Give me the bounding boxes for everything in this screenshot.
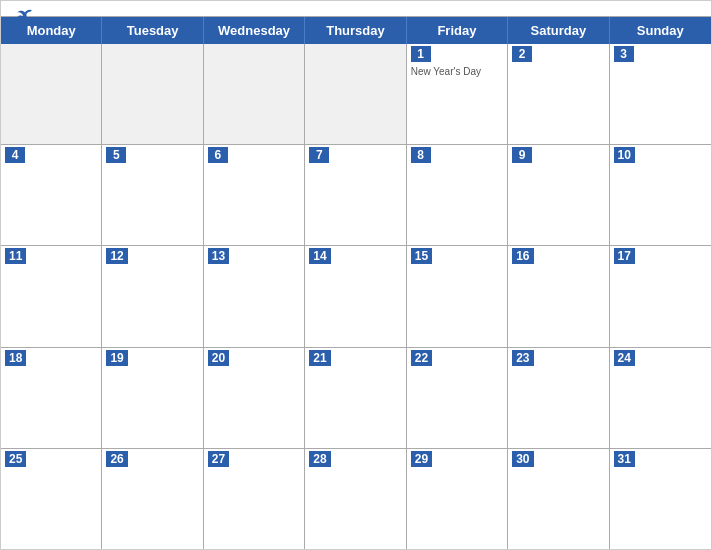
logo-area <box>16 9 36 23</box>
week-row-5: 25262728293031 <box>1 449 711 549</box>
day-number: 17 <box>614 248 635 264</box>
day-cell: 15 <box>407 246 508 346</box>
day-cell: 25 <box>1 449 102 549</box>
day-cell: 14 <box>305 246 406 346</box>
day-number: 24 <box>614 350 635 366</box>
calendar-grid: MondayTuesdayWednesdayThursdayFridaySatu… <box>1 16 711 549</box>
day-cell: 16 <box>508 246 609 346</box>
day-number: 27 <box>208 451 229 467</box>
day-cell: 30 <box>508 449 609 549</box>
day-number: 18 <box>5 350 26 366</box>
calendar-header <box>1 1 711 16</box>
day-number: 21 <box>309 350 330 366</box>
day-number: 25 <box>5 451 26 467</box>
day-number: 1 <box>411 46 431 62</box>
day-number: 11 <box>5 248 26 264</box>
day-number: 31 <box>614 451 635 467</box>
day-cell: 19 <box>102 348 203 448</box>
day-number: 22 <box>411 350 432 366</box>
day-number: 10 <box>614 147 635 163</box>
day-number: 16 <box>512 248 533 264</box>
day-number: 8 <box>411 147 431 163</box>
day-cell: 20 <box>204 348 305 448</box>
day-number: 4 <box>5 147 25 163</box>
day-number: 23 <box>512 350 533 366</box>
day-number: 14 <box>309 248 330 264</box>
day-number: 29 <box>411 451 432 467</box>
day-number: 5 <box>106 147 126 163</box>
day-cell: 4 <box>1 145 102 245</box>
day-cell: 12 <box>102 246 203 346</box>
day-number: 13 <box>208 248 229 264</box>
week-row-3: 11121314151617 <box>1 246 711 347</box>
day-cell: 5 <box>102 145 203 245</box>
day-number: 9 <box>512 147 532 163</box>
logo-bird-icon <box>16 9 34 23</box>
day-number: 2 <box>512 46 532 62</box>
day-cell: 1New Year's Day <box>407 44 508 144</box>
day-cell: 17 <box>610 246 711 346</box>
day-cell: 3 <box>610 44 711 144</box>
day-cell: 28 <box>305 449 406 549</box>
day-number: 12 <box>106 248 127 264</box>
day-cell <box>305 44 406 144</box>
day-header-saturday: Saturday <box>508 17 609 44</box>
day-number: 20 <box>208 350 229 366</box>
day-number: 7 <box>309 147 329 163</box>
day-number: 3 <box>614 46 634 62</box>
day-cell: 2 <box>508 44 609 144</box>
week-row-4: 18192021222324 <box>1 348 711 449</box>
day-number: 26 <box>106 451 127 467</box>
day-number: 6 <box>208 147 228 163</box>
day-cell: 8 <box>407 145 508 245</box>
day-header-friday: Friday <box>407 17 508 44</box>
day-cell: 31 <box>610 449 711 549</box>
day-number: 15 <box>411 248 432 264</box>
logo-blue-area <box>16 9 36 23</box>
day-cell: 13 <box>204 246 305 346</box>
day-cell: 21 <box>305 348 406 448</box>
day-cell: 6 <box>204 145 305 245</box>
day-cell: 22 <box>407 348 508 448</box>
day-cell: 11 <box>1 246 102 346</box>
weeks-container: 1New Year's Day2345678910111213141516171… <box>1 44 711 549</box>
day-header-thursday: Thursday <box>305 17 406 44</box>
day-cell <box>1 44 102 144</box>
day-cell: 7 <box>305 145 406 245</box>
day-number: 19 <box>106 350 127 366</box>
day-cell: 9 <box>508 145 609 245</box>
day-cell <box>204 44 305 144</box>
day-cell: 10 <box>610 145 711 245</box>
day-cell <box>102 44 203 144</box>
day-header-wednesday: Wednesday <box>204 17 305 44</box>
day-cell: 18 <box>1 348 102 448</box>
week-row-1: 1New Year's Day23 <box>1 44 711 145</box>
day-header-sunday: Sunday <box>610 17 711 44</box>
day-cell: 27 <box>204 449 305 549</box>
day-cell: 24 <box>610 348 711 448</box>
day-number: 28 <box>309 451 330 467</box>
day-number: 30 <box>512 451 533 467</box>
day-header-tuesday: Tuesday <box>102 17 203 44</box>
day-headers-row: MondayTuesdayWednesdayThursdayFridaySatu… <box>1 17 711 44</box>
day-event: New Year's Day <box>411 66 503 77</box>
day-cell: 29 <box>407 449 508 549</box>
week-row-2: 45678910 <box>1 145 711 246</box>
calendar-container: MondayTuesdayWednesdayThursdayFridaySatu… <box>0 0 712 550</box>
day-cell: 26 <box>102 449 203 549</box>
day-cell: 23 <box>508 348 609 448</box>
